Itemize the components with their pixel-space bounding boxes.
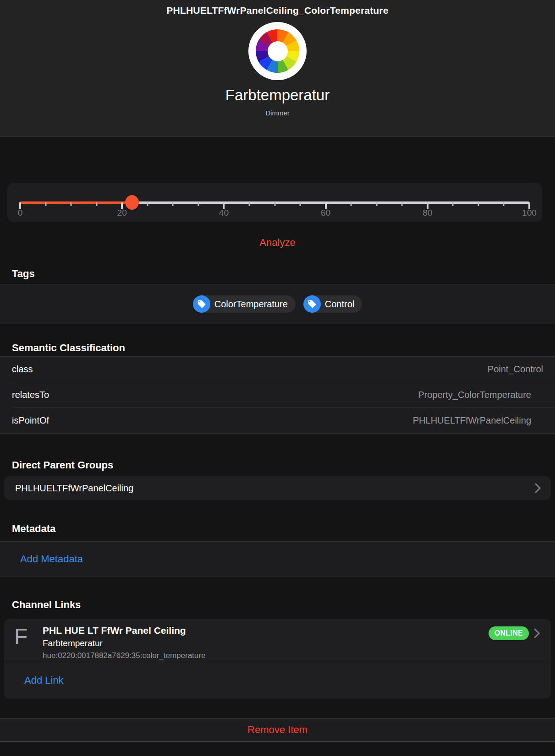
tag-chip-label: ColorTemperature xyxy=(214,299,288,310)
tags-heading: Tags xyxy=(12,268,555,280)
item-type: Dimmer xyxy=(0,109,555,117)
value-slider[interactable]: 020406080100 xyxy=(20,183,529,222)
row-value: Point_Control xyxy=(488,364,543,375)
tags-bar: ColorTemperature Control xyxy=(0,284,555,324)
color-wheel-hole xyxy=(268,41,288,61)
header: PHLHUELTFfWrPanelCeiling_ColorTemperatur… xyxy=(0,0,555,137)
semantic-heading: Semantic Classification xyxy=(12,342,555,354)
table-row: class Point_Control xyxy=(0,357,555,382)
parent-group-item[interactable]: PHLHUELTFfWrPanelCeiling xyxy=(4,476,551,500)
channel-link-status: ONLINE xyxy=(489,625,540,662)
slider-thumb[interactable] xyxy=(125,195,139,210)
row-label: class xyxy=(12,364,33,375)
channel-links-heading: Channel Links xyxy=(12,599,555,611)
parent-groups-heading: Direct Parent Groups xyxy=(12,459,555,471)
tag-icon xyxy=(303,295,321,313)
semantic-table: class Point_Control relatesTo Property_C… xyxy=(0,356,555,434)
table-row: isPointOf PHLHUELTFfWrPanelCeiling xyxy=(12,408,555,433)
color-wheel-icon xyxy=(248,22,307,80)
status-badge: ONLINE xyxy=(489,626,529,640)
row-value: PHLHUELTFfWrPanelCeiling xyxy=(413,415,531,426)
metadata-block: Add Metadata xyxy=(0,541,555,577)
row-label: isPointOf xyxy=(12,415,49,426)
chevron-right-icon xyxy=(535,483,541,493)
item-details-page: PHLHUELTFfWrPanelCeiling_ColorTemperatur… xyxy=(0,0,555,756)
row-label: relatesTo xyxy=(12,390,49,400)
analyze-link[interactable]: Analyze xyxy=(0,237,555,249)
channel-link-texts: PHL HUE LT FfWr Panel Ceiling Farbtemper… xyxy=(43,625,489,662)
row-value: Property_ColorTemperature xyxy=(418,390,531,400)
tag-chip-label: Control xyxy=(325,299,354,310)
tag-chip: Control xyxy=(303,295,362,313)
metadata-heading: Metadata xyxy=(12,523,555,535)
thing-initial-avatar: F xyxy=(14,625,43,662)
channel-label: Farbtemperatur xyxy=(43,636,489,650)
channel-uid: hue:0220:0017882a7629:35:color_temperatu… xyxy=(43,650,489,661)
parent-group-label: PHLHUELTFfWrPanelCeiling xyxy=(15,483,133,494)
remove-item-block: Remove Item xyxy=(0,718,555,742)
tag-icon xyxy=(193,295,210,313)
add-link-link[interactable]: Add Link xyxy=(24,674,64,686)
slider-card: 020406080100 xyxy=(7,183,542,222)
item-label: Farbtemperatur xyxy=(0,87,555,104)
add-link-row: Add Link xyxy=(4,662,551,699)
table-row: relatesTo Property_ColorTemperature xyxy=(12,382,555,408)
thing-title: PHL HUE LT FfWr Panel Ceiling xyxy=(43,625,489,636)
add-metadata-link[interactable]: Add Metadata xyxy=(20,553,83,565)
remove-item-button[interactable]: Remove Item xyxy=(247,724,308,736)
tag-chip: ColorTemperature xyxy=(193,295,296,313)
channel-link-item[interactable]: F PHL HUE LT FfWr Panel Ceiling Farbtemp… xyxy=(4,619,551,662)
chevron-right-icon xyxy=(534,628,540,638)
slider-fill xyxy=(20,201,132,204)
page-title: PHLHUELTFfWrPanelCeiling_ColorTemperatur… xyxy=(0,0,555,16)
channel-links-card: F PHL HUE LT FfWr Panel Ceiling Farbtemp… xyxy=(4,619,551,699)
